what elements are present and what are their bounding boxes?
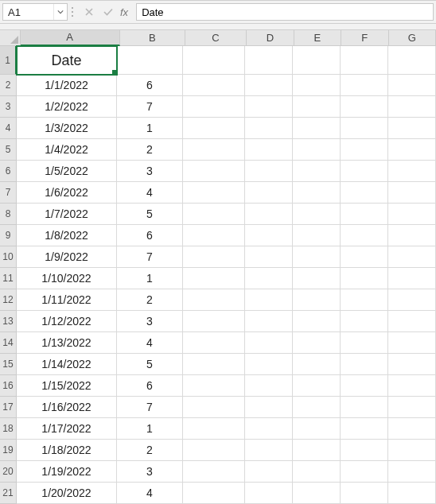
cell[interactable]: 1/9/2022 xyxy=(17,246,117,268)
cell[interactable]: 6 xyxy=(117,75,183,96)
row-header[interactable]: 11 xyxy=(0,268,17,289)
cell[interactable]: 5 xyxy=(117,354,183,375)
cell[interactable] xyxy=(245,461,293,483)
cell[interactable] xyxy=(388,204,436,225)
cell[interactable]: 1 xyxy=(117,118,183,139)
cell[interactable] xyxy=(183,46,245,75)
cell[interactable] xyxy=(183,375,245,397)
row-header[interactable]: 4 xyxy=(0,118,17,139)
cell[interactable]: 1/12/2022 xyxy=(17,311,117,332)
cell[interactable] xyxy=(293,418,341,440)
cell[interactable] xyxy=(245,46,293,75)
col-header-G[interactable]: G xyxy=(389,30,436,46)
cell[interactable]: 1/19/2022 xyxy=(17,461,117,483)
cell[interactable] xyxy=(388,96,436,118)
cell[interactable] xyxy=(341,397,388,418)
cell[interactable] xyxy=(341,118,388,139)
cell[interactable] xyxy=(183,161,245,182)
row-header[interactable]: 1 xyxy=(0,46,17,75)
cell[interactable]: 7 xyxy=(117,397,183,418)
cell[interactable] xyxy=(293,483,341,504)
cell[interactable] xyxy=(341,161,388,182)
cell[interactable] xyxy=(245,311,293,332)
cell[interactable] xyxy=(388,332,436,354)
cell[interactable] xyxy=(183,418,245,440)
cell[interactable] xyxy=(245,75,293,96)
cell[interactable]: 1/6/2022 xyxy=(17,182,117,204)
cell[interactable]: 4 xyxy=(117,182,183,204)
cell[interactable] xyxy=(388,375,436,397)
cell[interactable]: 1/15/2022 xyxy=(17,375,117,397)
cell[interactable] xyxy=(183,118,245,139)
row-header[interactable]: 2 xyxy=(0,75,17,96)
cell[interactable]: 6 xyxy=(117,375,183,397)
cell[interactable] xyxy=(293,354,341,375)
row-header[interactable]: 5 xyxy=(0,139,17,161)
cell[interactable]: 2 xyxy=(117,440,183,461)
row-header[interactable]: 17 xyxy=(0,397,17,418)
cell[interactable] xyxy=(245,483,293,504)
row-header[interactable]: 21 xyxy=(0,483,17,504)
cell[interactable] xyxy=(245,440,293,461)
cell[interactable] xyxy=(341,246,388,268)
cell[interactable] xyxy=(183,332,245,354)
cell[interactable]: 3 xyxy=(117,461,183,483)
select-all-corner[interactable] xyxy=(0,30,21,46)
cell[interactable] xyxy=(341,268,388,289)
cell[interactable] xyxy=(183,96,245,118)
cell[interactable]: 1/4/2022 xyxy=(17,139,117,161)
cell[interactable] xyxy=(293,246,341,268)
row-header[interactable]: 14 xyxy=(0,332,17,354)
cell[interactable] xyxy=(341,311,388,332)
row-header[interactable]: 18 xyxy=(0,418,17,440)
cell[interactable] xyxy=(293,289,341,311)
row-header[interactable]: 10 xyxy=(0,246,17,268)
cell[interactable] xyxy=(293,440,341,461)
cell[interactable]: 1/8/2022 xyxy=(17,225,117,246)
cell[interactable] xyxy=(183,246,245,268)
cell[interactable] xyxy=(183,354,245,375)
cell[interactable]: 1/13/2022 xyxy=(17,332,117,354)
cell[interactable]: 1 xyxy=(117,268,183,289)
cell[interactable] xyxy=(388,46,436,75)
cell[interactable] xyxy=(341,46,388,75)
cell[interactable] xyxy=(183,204,245,225)
formula-input[interactable]: Date xyxy=(136,3,434,21)
cell[interactable]: 1/18/2022 xyxy=(17,440,117,461)
cell[interactable] xyxy=(293,311,341,332)
cell[interactable] xyxy=(293,332,341,354)
cell[interactable] xyxy=(388,461,436,483)
cell[interactable]: 1/1/2022 xyxy=(17,75,117,96)
col-header-D[interactable]: D xyxy=(247,30,294,46)
cell[interactable] xyxy=(183,182,245,204)
cell[interactable]: 5 xyxy=(117,204,183,225)
cell[interactable] xyxy=(388,440,436,461)
cell[interactable] xyxy=(183,461,245,483)
cell[interactable] xyxy=(293,96,341,118)
cell[interactable] xyxy=(341,96,388,118)
cell[interactable]: 4 xyxy=(117,483,183,504)
cell[interactable] xyxy=(245,268,293,289)
cell[interactable] xyxy=(245,161,293,182)
cell[interactable] xyxy=(183,397,245,418)
cell[interactable] xyxy=(293,375,341,397)
row-header[interactable]: 15 xyxy=(0,354,17,375)
row-header[interactable]: 9 xyxy=(0,225,17,246)
cell[interactable]: Date xyxy=(17,46,117,75)
cell[interactable] xyxy=(388,161,436,182)
cell[interactable] xyxy=(293,182,341,204)
cell[interactable] xyxy=(183,289,245,311)
cell[interactable] xyxy=(183,268,245,289)
cell[interactable] xyxy=(388,483,436,504)
cell[interactable] xyxy=(341,75,388,96)
cell[interactable] xyxy=(183,483,245,504)
cell[interactable] xyxy=(341,289,388,311)
cell[interactable]: 2 xyxy=(117,139,183,161)
cell[interactable] xyxy=(388,182,436,204)
cell[interactable] xyxy=(293,161,341,182)
cell[interactable]: 1/5/2022 xyxy=(17,161,117,182)
cell[interactable] xyxy=(293,75,341,96)
cell[interactable] xyxy=(341,483,388,504)
cell[interactable] xyxy=(183,440,245,461)
cell[interactable] xyxy=(245,397,293,418)
